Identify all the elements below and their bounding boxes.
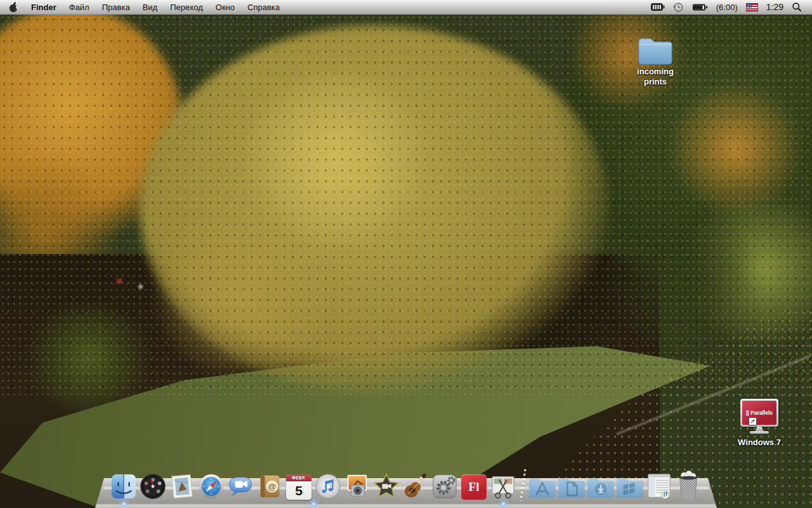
- dock-item-applications-folder[interactable]: [528, 476, 557, 500]
- safari-compass-icon: [198, 473, 225, 500]
- dock-item-finder[interactable]: [109, 473, 138, 500]
- time-machine-icon[interactable]: [673, 2, 684, 12]
- dock-item-address-book[interactable]: @: [255, 473, 284, 500]
- address-book-icon: @: [256, 473, 283, 500]
- dock: @ ФЕВР. 5: [0, 464, 812, 508]
- dock-item-ical[interactable]: ФЕВР. 5: [284, 474, 313, 500]
- input-language-flag-us[interactable]: [746, 3, 758, 11]
- menu-bar: Finder Файл Правка Вид Переход Окно Спра…: [0, 0, 812, 15]
- imovie-star-icon: [373, 473, 400, 500]
- foliage-texture: [0, 14, 812, 395]
- grab-scissors-icon: [490, 473, 516, 500]
- ichat-bubble-icon: [227, 473, 254, 500]
- apple-menu[interactable]: [0, 0, 25, 14]
- running-indicator: [501, 502, 506, 506]
- desktop-icon-label: incoming prints: [632, 67, 679, 88]
- desktop-icon-incoming-prints[interactable]: incoming prints: [625, 36, 686, 88]
- ical-day: 5: [286, 481, 311, 500]
- flash-icon: Fl: [461, 474, 487, 500]
- system-preferences-gears-icon: [431, 473, 458, 500]
- menu-clock[interactable]: 1:29: [766, 2, 783, 12]
- dock-item-windows-folder[interactable]: [615, 476, 645, 500]
- dock-item-itunes[interactable]: [313, 473, 343, 500]
- dock-item-imovie[interactable]: [372, 473, 401, 500]
- dock-item-system-preferences[interactable]: [430, 473, 459, 500]
- menu-edit[interactable]: Правка: [96, 0, 136, 14]
- menu-help[interactable]: Справка: [241, 0, 286, 14]
- ical-month: ФЕВР.: [286, 474, 311, 481]
- dock-item-downloads-folder[interactable]: [586, 476, 615, 500]
- ical-icon: ФЕВР. 5: [286, 474, 311, 500]
- dock-item-grab[interactable]: [488, 473, 518, 500]
- downloads-folder-icon: [586, 476, 615, 500]
- dock-item-safari[interactable]: [197, 473, 226, 500]
- apple-logo-icon: [9, 2, 18, 13]
- dock-item-documents-folder[interactable]: [557, 476, 586, 500]
- parallels-monitor-icon: || Parallels ➚: [738, 399, 780, 436]
- battery-time-remaining[interactable]: (6:00): [716, 3, 738, 12]
- menu-go[interactable]: Переход: [164, 0, 209, 14]
- dashboard-icon: [140, 473, 166, 500]
- dock-item-ichat[interactable]: [226, 473, 255, 500]
- windows-folder-icon: [615, 476, 645, 500]
- menu-view[interactable]: Вид: [136, 0, 164, 14]
- app-menu-finder[interactable]: Finder: [25, 0, 63, 14]
- dock-item-flash[interactable]: Fl: [459, 474, 488, 500]
- parallels-screen-brand: || Parallels: [742, 401, 776, 425]
- running-indicator-itunes: [311, 502, 316, 506]
- dock-separator: [518, 471, 528, 500]
- menu-window[interactable]: Окно: [209, 0, 241, 14]
- desktop-wallpaper: [0, 0, 812, 508]
- folder-icon: [637, 36, 674, 65]
- garageband-guitar-icon: [402, 473, 429, 500]
- alias-arrow-badge: ➚: [749, 417, 757, 425]
- itunes-disc-icon: [315, 473, 341, 500]
- dock-item-trash[interactable]: [674, 471, 703, 500]
- iphoto-icon: [344, 473, 370, 500]
- minimized-window-thumbnail: [646, 473, 672, 500]
- applications-folder-icon: [528, 476, 557, 500]
- desktop-icon-windows7[interactable]: || Parallels ➚ Windows 7: [729, 399, 790, 448]
- mail-stamp-icon: [169, 473, 195, 500]
- dock-item-iphoto[interactable]: [343, 473, 372, 500]
- dock-item-minimized-itunes-window[interactable]: [645, 473, 674, 500]
- finder-icon: [110, 473, 137, 500]
- dock-item-garageband[interactable]: [401, 473, 430, 500]
- menu-file[interactable]: Файл: [63, 0, 96, 14]
- dock-item-dashboard[interactable]: [138, 473, 167, 500]
- spotlight-search-icon[interactable]: [792, 2, 802, 12]
- trash-full-icon: [674, 471, 702, 500]
- documents-folder-icon: [557, 476, 586, 500]
- battery-icon[interactable]: [692, 3, 708, 11]
- dock-item-mail[interactable]: [167, 473, 197, 500]
- svg-text:@: @: [268, 482, 276, 491]
- battery-segments-icon[interactable]: [650, 3, 665, 11]
- desktop-icon-label: Windows 7: [738, 438, 781, 448]
- running-indicator: [122, 502, 126, 506]
